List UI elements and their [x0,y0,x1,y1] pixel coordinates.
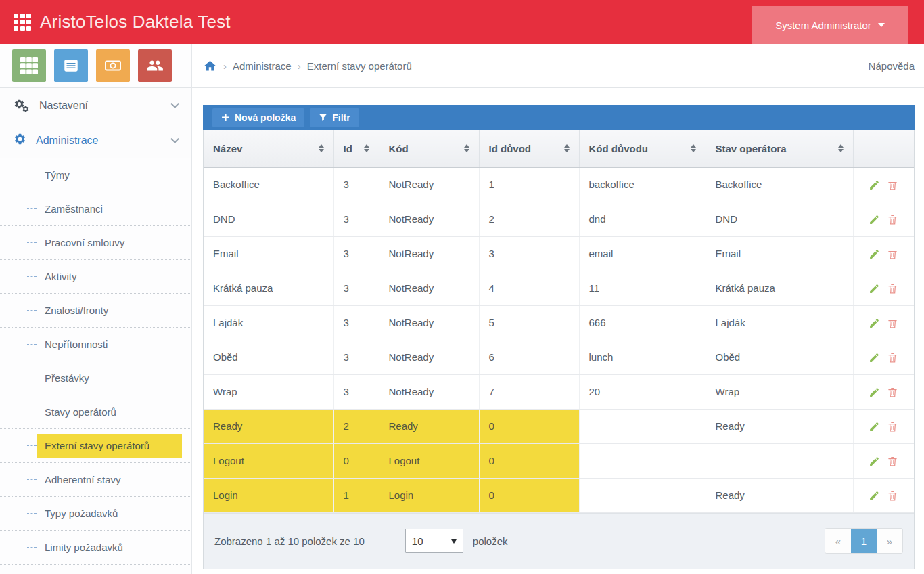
cell-kod_duvodu [579,478,706,512]
new-item-button[interactable]: Nová položka [212,108,304,127]
column-header[interactable]: Kód důvodu [579,130,706,167]
row-actions [853,167,914,202]
cell-kod: NotReady [379,236,479,271]
sidebar-item-label: Přestávky [37,366,182,390]
home-icon[interactable] [203,59,217,73]
cell-id_duvod: 5 [479,305,579,340]
delete-trash-icon[interactable] [887,214,898,225]
cell-id_duvod: 2 [479,202,579,236]
page-1-button[interactable]: 1 [851,529,877,553]
page-size-select[interactable]: 10 [405,529,463,553]
edit-pencil-icon[interactable] [869,456,880,467]
cell-kod_duvodu: lunch [579,340,706,374]
sidebar-item[interactable]: Externí stavy operátorů [0,429,191,463]
table-row: Backoffice3NotReady1backofficeBackoffice [204,167,914,202]
delete-trash-icon[interactable] [887,283,898,294]
delete-trash-icon[interactable] [887,352,898,363]
delete-trash-icon[interactable] [887,317,898,329]
column-header[interactable]: Název [204,130,333,167]
sidebar-item[interactable]: Adherentní stavy [0,463,191,497]
sidebar-item[interactable]: Pracovní smlouvy [0,226,191,260]
sidebar-item[interactable]: Týmy [0,158,191,192]
money-icon [104,57,122,74]
cell-id: 2 [333,409,379,443]
sidebar-item[interactable]: Znalosti/fronty [0,294,191,328]
edit-pencil-icon[interactable] [869,317,880,329]
tree-dash-icon [27,310,37,311]
column-header[interactable]: Stav operátora [706,130,853,167]
sidebar-menu-label: Administrace [36,135,98,147]
column-header[interactable]: Kód [379,130,479,167]
row-actions [853,340,914,374]
column-header[interactable]: Id [333,130,379,167]
delete-trash-icon[interactable] [887,248,898,260]
shortcut-people-button[interactable] [138,49,172,82]
breadcrumb-item[interactable]: Externí stavy operátorů [307,60,412,72]
tree-dash-icon [27,547,37,548]
cell-nazev: Wrap [204,374,333,409]
breadcrumb-separator: › [298,60,301,72]
cell-kod_duvodu [579,443,706,478]
table-panel: Nová položka Filtr NázevIdKódId důvodKód… [203,105,915,569]
help-link[interactable]: Nápověda [869,60,915,72]
toolbar: Nová položka Filtr [203,105,915,130]
sort-icon [564,144,570,152]
cell-nazev: Backoffice [204,167,333,202]
delete-trash-icon[interactable] [887,421,898,433]
shortcut-grid-button[interactable] [12,49,46,82]
edit-pencil-icon[interactable] [869,179,880,191]
shortcut-money-button[interactable] [96,49,130,82]
cell-id_duvod: 0 [479,478,579,512]
gears-icon [14,98,30,113]
table-row: Wrap3NotReady720Wrap [204,374,914,409]
delete-trash-icon[interactable] [887,387,898,398]
tree-dash-icon [27,479,37,480]
delete-trash-icon[interactable] [887,456,898,467]
sidebar-item[interactable]: Stavy operátorů [0,395,191,429]
edit-pencil-icon[interactable] [869,490,880,502]
pagination: « 1 » [825,528,903,554]
user-menu-button[interactable]: System Administrator [752,6,908,44]
row-actions [853,305,914,340]
sort-icon [691,144,696,152]
breadcrumb-item[interactable]: Administrace [233,60,292,72]
table-row: Login1Login0Ready [204,478,914,512]
breadcrumb-path: ›Administrace›Externí stavy operátorů [217,60,412,72]
edit-pencil-icon[interactable] [869,387,880,398]
cell-stav_operatora: Krátká pauza [706,271,853,305]
sidebar-item-label: Aktivity [37,265,182,288]
tree-dash-icon [27,344,37,345]
sidebar-item[interactable]: Nepřítomnosti [0,328,191,361]
brand: AristoTelos Daktela Test [14,12,231,32]
delete-trash-icon[interactable] [887,179,898,191]
cell-nazev: Oběd [204,340,333,374]
next-page-button[interactable]: » [877,529,902,553]
sidebar-item[interactable]: Typy požadavků [0,497,191,531]
sidebar-item[interactable]: Zaměstnanci [0,192,191,226]
edit-pencil-icon[interactable] [869,214,880,225]
tree-dash-icon [27,242,37,243]
sidebar-item-label: Nepřítomnosti [37,332,182,356]
page-size-suffix: položek [473,535,508,547]
sidebar-item[interactable]: Přestávky [0,361,191,395]
edit-pencil-icon[interactable] [869,283,880,294]
sidebar-item[interactable]: Aktivity [0,260,191,294]
sidebar-menu-nastaveni[interactable]: Nastavení [0,88,191,123]
column-header[interactable]: Id důvod [479,130,579,167]
edit-pencil-icon[interactable] [869,248,880,260]
delete-trash-icon[interactable] [887,490,898,502]
tree-dash-icon [27,445,37,446]
cell-stav_operatora [706,443,853,478]
sidebar-item[interactable]: Limity požadavků [0,531,191,565]
cell-stav_operatora: Ready [706,409,853,443]
sidebar-menu-administrace[interactable]: Administrace [0,123,191,158]
filter-button[interactable]: Filtr [310,108,359,127]
table-header-row: NázevIdKódId důvodKód důvoduStav operáto… [204,130,914,167]
edit-pencil-icon[interactable] [869,421,880,433]
cell-nazev: Lajdák [204,305,333,340]
shortcut-list-button[interactable] [54,49,88,82]
grid-logo-icon [14,14,31,31]
edit-pencil-icon[interactable] [869,352,880,363]
main: Nová položka Filtr NázevIdKódId důvodKód… [192,88,924,569]
prev-page-button[interactable]: « [825,529,851,553]
